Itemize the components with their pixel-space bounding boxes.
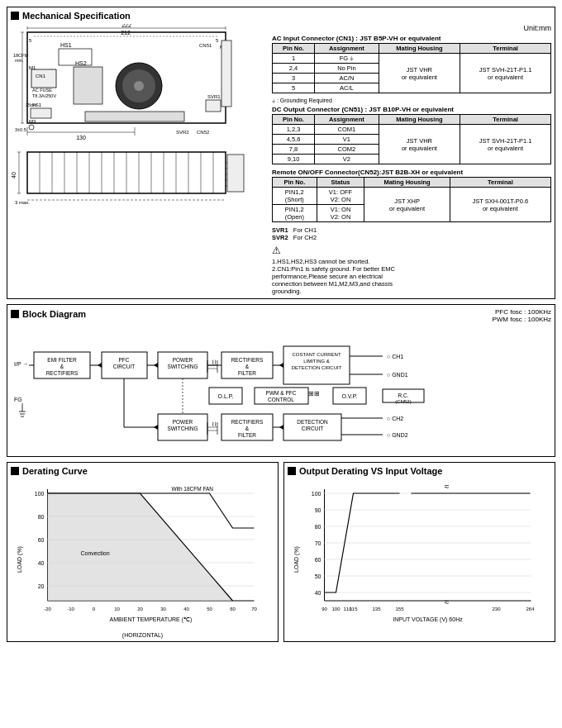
svg-text:DETECTION: DETECTION [297,419,328,425]
dc-pin2: 4,5,6 [273,135,315,145]
derating-square [11,467,19,475]
remote-header-terminal: Terminal [450,178,550,188]
ac-ground-note: ⏚ : Grounding Required [272,98,551,103]
svg-text:AC FUSE: AC FUSE [32,88,52,93]
svg-text:130: 130 [76,135,86,140]
svg-text:5: 5 [216,38,219,43]
output-derating-header: Output Derating VS Input Voltage [288,466,551,476]
output-derating-section: Output Derating VS Input Voltage LOAD (%… [283,462,555,642]
ac-pin5: 5 [273,83,315,93]
derating-title: Derating Curve [22,466,88,476]
svg-text:HS1: HS1 [60,42,72,48]
output-derating-x-label: INPUT VOLTAGE (V) 60Hz [393,616,463,623]
svg-text:50: 50 [315,573,321,579]
output-derating-svg: LOAD (%) 100 90 80 70 60 [288,481,551,630]
block-diagram-header: Block Diagram [11,309,86,319]
svg-text:CN51: CN51 [199,43,212,48]
svg-rect-18 [31,108,51,118]
svg-text:20: 20 [137,607,143,611]
output-derating-title: Output Derating VS Input Voltage [299,466,442,476]
horizontal-label: (HORIZONTAL) [11,632,274,638]
table-row: 1,2,3 COM1 JST VHRor equivalent JST SVH-… [273,125,551,135]
remote-connector-table: Pin No. Status Mating Housing Terminal P… [272,177,551,222]
svg-text:RECTIFIERS: RECTIFIERS [46,370,79,376]
svg-point-23 [134,81,144,91]
svg-text:3 max.: 3 max. [15,200,30,205]
ac-pin1: 1 [273,54,315,64]
ac-terminal: JST SVH-21T-P1.1or equivalent [460,54,551,93]
svg-rect-27 [206,100,221,112]
remote-header-housing: Mating Housing [364,178,450,188]
svg-text:PWM & PFC: PWM & PFC [266,390,297,396]
svg-text:FILTER: FILTER [238,370,256,376]
dc-pin4: 9,10 [273,155,315,164]
derating-chart: LOAD (%) 100 80 60 [11,481,274,638]
svg-text:230: 230 [492,607,501,611]
svg-text:SVR2: SVR2 [176,130,189,135]
svg-text:40: 40 [183,607,189,611]
fosc-labels: PFC fosc : 100KHz PWM fosc : 100KHz [492,308,551,323]
remote-connector-title: Remote ON/OFF Connector(CN52):JST B2B-XH… [272,169,551,176]
dc-assign1: COM1 [315,125,379,135]
dc-header-assign: Assignment [315,115,379,125]
svg-text:○ GND1: ○ GND1 [387,372,408,378]
svg-text:CIRCUIT: CIRCUIT [113,364,135,369]
mech-content: 222 212 5 5 M2 M1 HS1 CN1 AC FUSE [11,24,551,295]
svg-rect-25 [221,40,231,107]
ac-pin3: 3 [273,74,315,83]
svg-text:SWITCHING: SWITCHING [167,364,198,369]
svg-text:3±0.5: 3±0.5 [15,127,26,132]
svg-text:10: 10 [114,607,120,611]
svg-text:0: 0 [93,607,96,611]
svg-text:○ CH1: ○ CH1 [387,354,403,359]
svg-marker-145 [279,425,283,430]
svg-text:LOAD (%): LOAD (%) [293,546,300,573]
ac-connector-table: Pin No. Assignment Mating Housing Termin… [272,43,551,93]
ac-header-pin: Pin No. [273,44,315,54]
svg-rect-68 [227,155,244,192]
block-diagram-svg: I/P → FG EMI FILTER & RECTIFIERS PFC CIR… [11,323,556,451]
svg-rect-29 [85,112,184,121]
remote-status2: V1: ONV2: ON [317,205,364,222]
svg-text:○ CH2: ○ CH2 [387,416,403,421]
svg-text:90: 90 [315,507,321,513]
block-header-row: Block Diagram PFC fosc : 100KHz PWM fosc… [11,308,551,323]
ac-assign1: FG ⏚ [315,54,379,64]
derating-chart-svg: LOAD (%) 100 80 60 [11,481,274,630]
derating-header: Derating Curve [11,466,274,476]
derating-section: Derating Curve LOAD (%) 100 [7,462,279,642]
remote-pin2: PIN1,2(Open) [273,205,317,222]
svg-text:I/P →: I/P → [14,361,28,367]
svg-text:100: 100 [312,491,321,497]
svg-text:20: 20 [38,583,45,589]
svg-text:40: 40 [38,560,45,566]
ac-header-assign: Assignment [315,44,379,54]
svg-text:155: 155 [395,607,404,611]
svg-marker-94 [154,363,158,368]
ac-housing: JST VHRor equivalent [379,54,460,93]
pfc-fosc: PFC fosc : 100KHz [492,308,551,316]
dc-header-pin: Pin No. [273,115,315,125]
svr2-label: SVR2 For CH2 [272,234,551,241]
svg-marker-89 [98,363,102,368]
mech-tables: Unit:mm AC Input Connector (CN1) : JST B… [272,24,551,295]
block-diagram-section: Block Diagram PFC fosc : 100KHz PWM fosc… [7,304,555,457]
svg-text:60: 60 [315,557,321,563]
dc-connector-table: Pin No. Assignment Mating Housing Termin… [272,114,551,164]
svg-marker-110 [279,363,283,368]
svg-text:POWER: POWER [173,357,193,363]
svg-text:O.L.P.: O.L.P. [218,393,234,399]
svg-text:5: 5 [29,38,32,43]
warning-triangle-icon: ⚠ [272,245,281,256]
svg-text:80: 80 [315,524,321,530]
svg-marker-174 [48,493,233,601]
svg-text:O.V.P.: O.V.P. [341,393,357,399]
svg-text:PFC: PFC [119,357,130,363]
dc-assign4: V2 [315,155,379,164]
ac-assign5: AC/L [315,83,379,93]
svg-text:CN52: CN52 [197,130,210,135]
table-row: 1 FG ⏚ JST VHRor equivalent JST SVH-21T-… [273,54,551,64]
section-square [11,12,19,20]
svg-text:40: 40 [315,590,321,596]
remote-pin1: PIN1,2(Short) [273,188,317,205]
